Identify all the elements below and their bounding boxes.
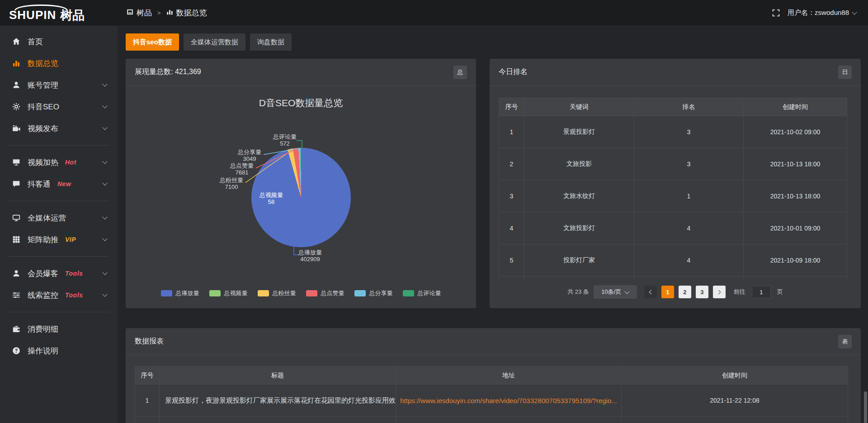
chevron-down-icon xyxy=(102,180,107,185)
sidebar-item-matrix-boost[interactable]: 矩阵助推VIP xyxy=(0,229,118,250)
ranking-panel-title: 今日排名 xyxy=(499,67,528,77)
sidebar-item-label: 全媒体运营 xyxy=(28,213,66,223)
sidebar-item-account-manage[interactable]: 账号管理 xyxy=(0,74,118,96)
table-cell: 2021-10-13 18:00 xyxy=(744,148,847,180)
table-row: 1景观投影灯32021-10-02 09:00 xyxy=(499,116,847,148)
report-table: 序号标题地址创建时间 1景观投影灯，夜游景观投影灯厂家展示展示落花灯在花园里的灯… xyxy=(135,366,848,423)
sidebar-item-home[interactable]: 首页 xyxy=(0,31,118,52)
legend-swatch xyxy=(306,290,317,296)
sidebar-item-label: 首页 xyxy=(28,37,43,47)
prev-page-button[interactable] xyxy=(644,286,657,298)
legend-label: 总播放量 xyxy=(176,289,199,297)
breadcrumb-label: 树品 xyxy=(137,8,152,18)
pie-label-comments: 总评论量572 xyxy=(273,133,297,147)
table-cell: 2021-10-02 09:00 xyxy=(744,116,847,148)
column-header: 标题 xyxy=(160,367,396,385)
overview-panel-header: 展现量总数: 421,369 总 xyxy=(126,59,476,86)
table-cell: 1 xyxy=(634,180,744,212)
chevron-down-icon xyxy=(102,214,107,219)
table-cell: 文旅投影 xyxy=(524,148,634,180)
table-cell: 4 xyxy=(499,212,524,244)
table-cell: 2021-10-01 09:00 xyxy=(744,212,847,244)
breadcrumb-item-shupin[interactable]: 树品 xyxy=(127,8,152,18)
logo-text-en: SHUPIN xyxy=(9,8,56,22)
legend-item[interactable]: 总分享量 xyxy=(354,289,393,297)
tab-inquiry-data[interactable]: 询盘数据 xyxy=(250,33,292,51)
column-header: 关键词 xyxy=(524,98,634,116)
tab-media-ops-data[interactable]: 全媒体运营数据 xyxy=(184,33,245,51)
user-menu[interactable]: 用户名：zswodun88 xyxy=(788,9,856,17)
table-cell: 3 xyxy=(634,148,744,180)
sidebar-item-doukotong[interactable]: 抖客通New xyxy=(0,173,118,195)
page-button-1[interactable]: 1 xyxy=(661,286,674,298)
menu-badge: VIP xyxy=(65,236,76,243)
sidebar-item-help[interactable]: 操作说明 xyxy=(0,340,118,362)
total-toggle-button[interactable]: 总 xyxy=(453,66,467,79)
sidebar: 首页数据总览账号管理抖音SEO视频发布视频加热Hot抖客通New全媒体运营矩阵助… xyxy=(0,26,118,423)
table-cell: 投影灯厂家 xyxy=(524,244,634,277)
daily-toggle-button[interactable]: 日 xyxy=(838,66,852,79)
chevron-down-icon xyxy=(102,103,107,108)
page-size-value: 10条/页 xyxy=(601,288,621,296)
top-row: 展现量总数: 421,369 总 D音SEO数据量总览 总评论量572 总分享量… xyxy=(126,59,861,308)
page-size-select[interactable]: 10条/页 xyxy=(594,285,637,299)
menu-badge: Hot xyxy=(65,159,76,166)
page-button-2[interactable]: 2 xyxy=(679,286,691,298)
legend-item[interactable]: 总点赞量 xyxy=(306,289,344,297)
sidebar-divider xyxy=(8,145,109,146)
next-page-button[interactable] xyxy=(713,286,726,298)
page-button-3[interactable]: 3 xyxy=(696,286,708,298)
ranking-panel: 今日排名 日 序号关键词排名创建时间 1景观投影灯32021-10-02 09:… xyxy=(490,59,861,308)
table-cell xyxy=(622,417,848,423)
main-content: 抖音seo数据全媒体运营数据询盘数据 展现量总数: 421,369 总 D音SE… xyxy=(118,26,868,423)
fullscreen-icon[interactable] xyxy=(772,9,780,17)
sidebar-item-label: 抖音SEO xyxy=(28,102,59,112)
chevron-down-icon xyxy=(102,125,107,130)
goto-page-input[interactable] xyxy=(752,286,771,298)
table-cell: 1 xyxy=(135,385,160,417)
sidebar-item-consume-detail[interactable]: 消费明细 xyxy=(0,318,118,340)
sidebar-item-douyin-seo[interactable]: 抖音SEO xyxy=(0,96,118,118)
breadcrumb-item-data-overview[interactable]: 数据总览 xyxy=(166,8,207,18)
sidebar-item-label: 消费明细 xyxy=(28,324,58,334)
sidebar-item-video-heat[interactable]: 视频加热Hot xyxy=(0,151,118,173)
legend-item[interactable]: 总播放量 xyxy=(161,289,199,297)
sidebar-item-media-ops[interactable]: 全媒体运营 xyxy=(0,207,118,229)
topbar: SHUPIN 树品 树品 > 数据总览 用户名：zswodun88 xyxy=(0,0,868,26)
home-icon xyxy=(12,37,21,46)
data-tabs: 抖音seo数据全媒体运营数据询盘数据 xyxy=(126,33,861,51)
gear-icon xyxy=(12,102,21,111)
report-panel-header: 数据报表 表 xyxy=(126,328,861,355)
table-toggle-button[interactable]: 表 xyxy=(838,335,852,348)
chat-icon xyxy=(12,179,21,188)
sidebar-item-label: 线索监控 xyxy=(28,290,58,301)
sidebar-item-member-baoke[interactable]: 会员爆客Tools xyxy=(0,263,118,284)
pie-label-shares: 总分享量3049 xyxy=(238,149,261,162)
tab-douyin-seo-data[interactable]: 抖音seo数据 xyxy=(126,33,179,51)
legend-item[interactable]: 总评论量 xyxy=(403,289,441,297)
video-title-cell: 景观投影灯，夜游景观投影灯厂家展示展示落花灯在花园里的灯光投影应用效果 # xyxy=(160,385,396,417)
legend-swatch xyxy=(354,290,366,296)
table-cell: 4 xyxy=(634,212,744,244)
legend-item[interactable]: 总视频量 xyxy=(209,289,248,297)
legend-label: 总评论量 xyxy=(418,289,441,297)
chevron-down-icon xyxy=(102,81,107,86)
table-cell: 文旅水纹灯 xyxy=(524,180,634,212)
menu-badge: New xyxy=(57,180,71,188)
sidebar-item-data-overview[interactable]: 数据总览 xyxy=(0,52,118,74)
sidebar-item-clue-monitor[interactable]: 线索监控Tools xyxy=(0,284,118,306)
table-cell xyxy=(135,417,160,423)
sidebar-item-video-publish[interactable]: 视频发布 xyxy=(0,118,118,139)
app-logo[interactable]: SHUPIN 树品 xyxy=(0,3,118,24)
page-scrollbar-thumb[interactable] xyxy=(864,391,867,423)
sliders-icon xyxy=(12,291,21,300)
table-cell: 1 xyxy=(499,116,524,148)
legend-item[interactable]: 总粉丝量 xyxy=(258,289,296,297)
column-header: 序号 xyxy=(499,98,524,116)
heat-icon xyxy=(12,158,21,167)
table-cell: 2 xyxy=(499,148,524,180)
sidebar-item-label: 视频加热 xyxy=(28,157,58,168)
legend-label: 总视频量 xyxy=(224,289,248,297)
table-row: 3文旅水纹灯12021-10-13 18:00 xyxy=(499,180,847,212)
video-link[interactable]: https://www.iesdouyin.com/share/video/70… xyxy=(400,397,617,404)
